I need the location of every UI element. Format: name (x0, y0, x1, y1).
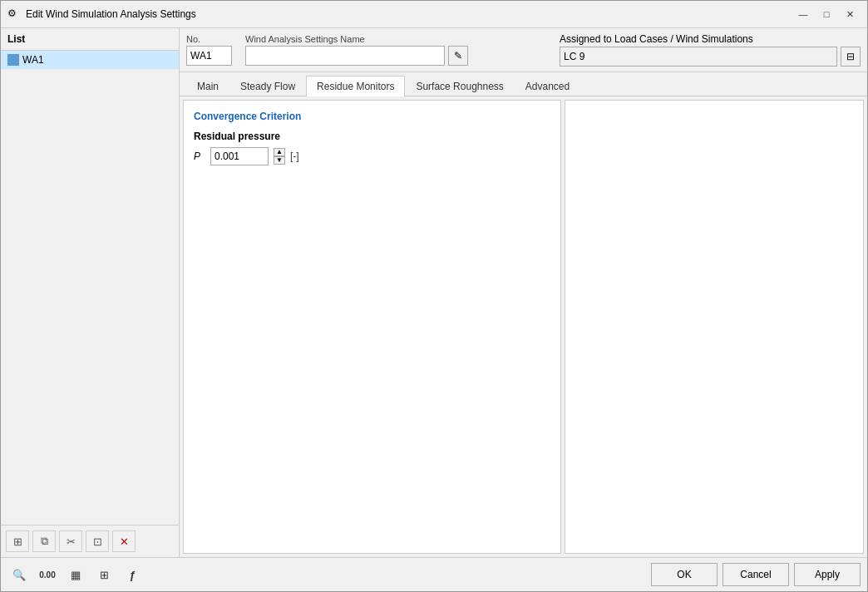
sidebar-header: List (1, 28, 179, 51)
p-decrement-button[interactable]: ▼ (274, 156, 285, 165)
section-title: Convergence Criterion (194, 111, 550, 122)
wa1-icon (7, 54, 19, 66)
header-row: No. Wind Analysis Settings Name ✎ Assign… (180, 28, 867, 72)
window-title: Edit Wind Simulation Analysis Settings (26, 8, 787, 20)
p-value-input[interactable] (210, 147, 269, 165)
no-input[interactable] (186, 46, 232, 66)
tab-advanced[interactable]: Advanced (515, 76, 580, 96)
tab-main[interactable]: Main (186, 76, 229, 96)
name-label: Wind Analysis Settings Name (245, 34, 546, 44)
table-icon-button[interactable]: ⊞ (92, 564, 116, 585)
copy-button[interactable]: ⧉ (32, 530, 56, 552)
add-button[interactable]: ⊞ (6, 530, 29, 552)
sidebar-list: WA1 (1, 51, 179, 525)
tab-residue-monitors[interactable]: Residue Monitors (306, 76, 405, 96)
tab-surface-roughness[interactable]: Surface Roughness (405, 76, 514, 96)
residual-pressure-label: Residual pressure (194, 131, 550, 142)
grid-icon-button[interactable]: ▦ (64, 564, 87, 585)
p-increment-button[interactable]: ▲ (274, 148, 285, 156)
function-icon-button[interactable]: ƒ (121, 564, 144, 585)
bottom-bar: 🔍 0.00 ▦ ⊞ ƒ OK Cancel Apply (1, 557, 867, 591)
assigned-btn[interactable]: ⊟ (841, 47, 861, 67)
sidebar-item-label: WA1 (22, 54, 44, 66)
maximize-button[interactable]: □ (816, 6, 837, 22)
title-bar: ⚙ Edit Wind Simulation Analysis Settings… (1, 1, 867, 28)
edit-name-button[interactable]: ✎ (448, 46, 468, 66)
sidebar: List WA1 ⊞ ⧉ ✂ ⊡ ✕ (1, 28, 180, 557)
tabs-row: Main Steady Flow Residue Monitors Surfac… (180, 72, 867, 96)
apply-button[interactable]: Apply (794, 563, 861, 586)
search-icon-button[interactable]: 🔍 (7, 564, 31, 585)
main-window: ⚙ Edit Wind Simulation Analysis Settings… (0, 0, 868, 592)
assigned-area: ⊟ (560, 47, 861, 67)
main-content: List WA1 ⊞ ⧉ ✂ ⊡ ✕ (1, 28, 867, 591)
delete-button[interactable]: ✕ (112, 530, 136, 552)
ok-button[interactable]: OK (651, 563, 718, 586)
p-unit: [-] (290, 150, 299, 162)
top-area: List WA1 ⊞ ⧉ ✂ ⊡ ✕ (1, 28, 867, 557)
residual-pressure-group: Residual pressure P ▲ ▼ [-] (194, 131, 550, 165)
no-field: No. (186, 34, 232, 66)
close-button[interactable]: ✕ (839, 6, 861, 22)
tab-steady-flow[interactable]: Steady Flow (229, 76, 306, 96)
title-controls: — □ ✕ (792, 6, 861, 22)
p-label: P (194, 150, 205, 162)
right-panel: No. Wind Analysis Settings Name ✎ Assign… (180, 28, 867, 557)
left-content: Convergence Criterion Residual pressure … (183, 100, 561, 554)
name-area: ✎ (245, 46, 546, 66)
paste-button[interactable]: ⊡ (86, 530, 109, 552)
cut-button[interactable]: ✂ (59, 530, 82, 552)
name-input[interactable] (245, 46, 445, 66)
no-label: No. (186, 34, 232, 44)
assigned-field: Assigned to Load Cases / Wind Simulation… (560, 33, 861, 67)
p-spinner: ▲ ▼ (274, 148, 285, 165)
sidebar-item-wa1[interactable]: WA1 (1, 51, 179, 69)
assigned-label: Assigned to Load Cases / Wind Simulation… (560, 33, 861, 45)
name-field: Wind Analysis Settings Name ✎ (245, 34, 546, 66)
bottom-icons: 🔍 0.00 ▦ ⊞ ƒ (7, 564, 646, 585)
sidebar-footer: ⊞ ⧉ ✂ ⊡ ✕ (1, 525, 179, 557)
assigned-input (560, 47, 837, 67)
window-icon: ⚙ (7, 7, 21, 21)
right-content (565, 100, 864, 554)
p-field-row: P ▲ ▼ [-] (194, 147, 550, 165)
minimize-button[interactable]: — (792, 6, 814, 22)
bottom-actions: OK Cancel Apply (651, 563, 861, 586)
decimal-icon-button[interactable]: 0.00 (36, 564, 59, 585)
content-area: Convergence Criterion Residual pressure … (180, 96, 867, 557)
cancel-button[interactable]: Cancel (723, 563, 789, 586)
